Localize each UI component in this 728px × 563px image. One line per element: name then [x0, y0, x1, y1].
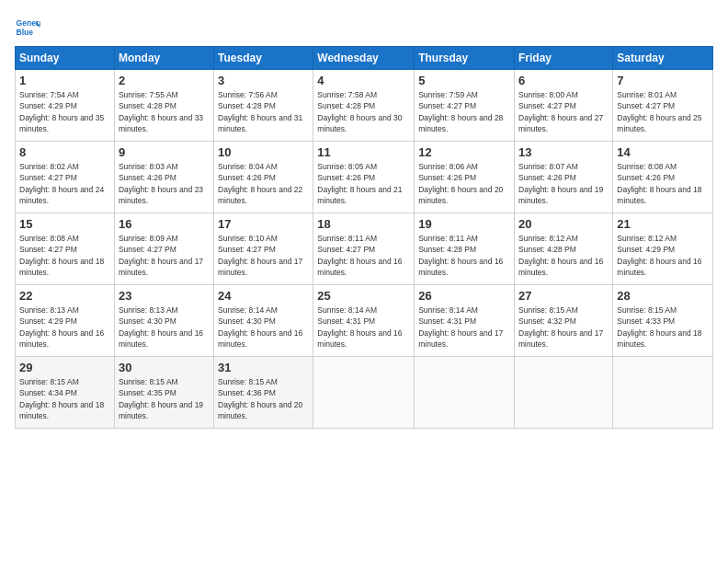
- day-cell: [515, 357, 613, 429]
- weekday-header-row: SundayMondayTuesdayWednesdayThursdayFrid…: [16, 47, 713, 70]
- day-cell: [415, 357, 515, 429]
- day-cell: 10Sunrise: 8:04 AMSunset: 4:26 PMDayligh…: [214, 142, 313, 213]
- day-number: 13: [518, 145, 609, 159]
- day-cell: 3Sunrise: 7:56 AMSunset: 4:28 PMDaylight…: [214, 70, 313, 142]
- day-number: 23: [119, 289, 210, 303]
- day-detail: Sunrise: 8:15 AMSunset: 4:36 PMDaylight:…: [218, 377, 302, 420]
- svg-text:Blue: Blue: [17, 28, 34, 37]
- day-cell: 17Sunrise: 8:10 AMSunset: 4:27 PMDayligh…: [214, 213, 313, 285]
- day-cell: 20Sunrise: 8:12 AMSunset: 4:28 PMDayligh…: [515, 213, 613, 285]
- day-detail: Sunrise: 8:12 AMSunset: 4:28 PMDaylight:…: [518, 234, 603, 277]
- day-cell: 11Sunrise: 8:05 AMSunset: 4:26 PMDayligh…: [313, 142, 415, 213]
- day-detail: Sunrise: 8:15 AMSunset: 4:35 PMDaylight:…: [119, 377, 203, 420]
- day-cell: 27Sunrise: 8:15 AMSunset: 4:32 PMDayligh…: [515, 285, 613, 357]
- logo-icon: General Blue: [15, 15, 40, 40]
- weekday-header-thursday: Thursday: [415, 47, 515, 70]
- day-number: 10: [218, 145, 309, 159]
- day-detail: Sunrise: 8:02 AMSunset: 4:27 PMDaylight:…: [19, 162, 104, 205]
- day-detail: Sunrise: 8:11 AMSunset: 4:28 PMDaylight:…: [418, 234, 503, 277]
- day-cell: 9Sunrise: 8:03 AMSunset: 4:26 PMDaylight…: [114, 142, 213, 213]
- day-detail: Sunrise: 8:05 AMSunset: 4:26 PMDaylight:…: [317, 162, 402, 205]
- page-container: General Blue SundayMondayTuesdayWednesda…: [0, 0, 728, 436]
- day-number: 18: [317, 217, 410, 231]
- day-detail: Sunrise: 8:14 AMSunset: 4:31 PMDaylight:…: [418, 305, 503, 349]
- day-detail: Sunrise: 8:09 AMSunset: 4:27 PMDaylight:…: [119, 234, 203, 277]
- day-cell: 22Sunrise: 8:13 AMSunset: 4:29 PMDayligh…: [16, 285, 115, 357]
- day-cell: 8Sunrise: 8:02 AMSunset: 4:27 PMDaylight…: [16, 142, 115, 213]
- day-detail: Sunrise: 8:14 AMSunset: 4:30 PMDaylight:…: [218, 305, 302, 349]
- day-cell: 15Sunrise: 8:08 AMSunset: 4:27 PMDayligh…: [16, 213, 115, 285]
- day-detail: Sunrise: 8:11 AMSunset: 4:27 PMDaylight:…: [317, 234, 402, 277]
- day-number: 5: [418, 74, 510, 87]
- day-number: 6: [518, 74, 609, 87]
- day-number: 4: [317, 74, 410, 87]
- day-detail: Sunrise: 8:04 AMSunset: 4:26 PMDaylight:…: [218, 162, 302, 205]
- day-number: 7: [617, 74, 709, 87]
- day-detail: Sunrise: 8:15 AMSunset: 4:33 PMDaylight:…: [617, 305, 701, 349]
- day-number: 31: [218, 361, 309, 374]
- day-number: 15: [19, 217, 110, 231]
- day-number: 27: [518, 289, 609, 303]
- day-cell: [313, 357, 415, 429]
- day-cell: 16Sunrise: 8:09 AMSunset: 4:27 PMDayligh…: [114, 213, 213, 285]
- day-detail: Sunrise: 8:06 AMSunset: 4:26 PMDaylight:…: [418, 162, 503, 205]
- weekday-header-sunday: Sunday: [16, 47, 115, 70]
- day-detail: Sunrise: 8:15 AMSunset: 4:32 PMDaylight:…: [518, 305, 603, 349]
- day-number: 14: [617, 145, 709, 159]
- weekday-header-tuesday: Tuesday: [214, 47, 313, 70]
- day-detail: Sunrise: 8:12 AMSunset: 4:29 PMDaylight:…: [617, 234, 701, 277]
- day-cell: 31Sunrise: 8:15 AMSunset: 4:36 PMDayligh…: [214, 357, 313, 429]
- day-cell: 21Sunrise: 8:12 AMSunset: 4:29 PMDayligh…: [613, 213, 713, 285]
- day-number: 20: [518, 217, 609, 231]
- day-number: 30: [119, 361, 210, 374]
- day-cell: 1Sunrise: 7:54 AMSunset: 4:29 PMDaylight…: [16, 70, 115, 142]
- day-detail: Sunrise: 8:01 AMSunset: 4:27 PMDaylight:…: [617, 90, 701, 133]
- day-cell: 13Sunrise: 8:07 AMSunset: 4:26 PMDayligh…: [515, 142, 613, 213]
- day-cell: 7Sunrise: 8:01 AMSunset: 4:27 PMDaylight…: [613, 70, 713, 142]
- day-number: 29: [19, 361, 110, 374]
- day-detail: Sunrise: 7:55 AMSunset: 4:28 PMDaylight:…: [119, 90, 203, 133]
- day-number: 9: [119, 145, 210, 159]
- day-detail: Sunrise: 7:59 AMSunset: 4:27 PMDaylight:…: [418, 90, 503, 133]
- day-number: 1: [19, 74, 110, 87]
- header: General Blue: [15, 15, 713, 40]
- day-number: 19: [418, 217, 510, 231]
- day-cell: 24Sunrise: 8:14 AMSunset: 4:30 PMDayligh…: [214, 285, 313, 357]
- day-number: 11: [317, 145, 410, 159]
- day-number: 22: [19, 289, 110, 303]
- logo: General Blue: [15, 15, 40, 40]
- day-number: 28: [617, 289, 709, 303]
- day-cell: 12Sunrise: 8:06 AMSunset: 4:26 PMDayligh…: [415, 142, 515, 213]
- day-number: 26: [418, 289, 510, 303]
- day-detail: Sunrise: 8:00 AMSunset: 4:27 PMDaylight:…: [518, 90, 603, 133]
- day-cell: 14Sunrise: 8:08 AMSunset: 4:26 PMDayligh…: [613, 142, 713, 213]
- day-cell: [613, 357, 713, 429]
- day-detail: Sunrise: 8:14 AMSunset: 4:31 PMDaylight:…: [317, 305, 402, 349]
- day-detail: Sunrise: 8:10 AMSunset: 4:27 PMDaylight:…: [218, 234, 302, 277]
- week-row-5: 29Sunrise: 8:15 AMSunset: 4:34 PMDayligh…: [16, 357, 713, 429]
- day-detail: Sunrise: 7:54 AMSunset: 4:29 PMDaylight:…: [19, 90, 104, 133]
- day-cell: 25Sunrise: 8:14 AMSunset: 4:31 PMDayligh…: [313, 285, 415, 357]
- day-detail: Sunrise: 8:07 AMSunset: 4:26 PMDaylight:…: [518, 162, 603, 205]
- day-number: 12: [418, 145, 510, 159]
- weekday-header-monday: Monday: [114, 47, 213, 70]
- day-number: 2: [119, 74, 210, 87]
- calendar-table: SundayMondayTuesdayWednesdayThursdayFrid…: [15, 46, 713, 429]
- day-cell: 6Sunrise: 8:00 AMSunset: 4:27 PMDaylight…: [515, 70, 613, 142]
- day-cell: 19Sunrise: 8:11 AMSunset: 4:28 PMDayligh…: [415, 213, 515, 285]
- day-cell: 29Sunrise: 8:15 AMSunset: 4:34 PMDayligh…: [16, 357, 115, 429]
- day-detail: Sunrise: 7:58 AMSunset: 4:28 PMDaylight:…: [317, 90, 402, 133]
- day-cell: 28Sunrise: 8:15 AMSunset: 4:33 PMDayligh…: [613, 285, 713, 357]
- day-cell: 30Sunrise: 8:15 AMSunset: 4:35 PMDayligh…: [114, 357, 213, 429]
- week-row-4: 22Sunrise: 8:13 AMSunset: 4:29 PMDayligh…: [16, 285, 713, 357]
- day-number: 25: [317, 289, 410, 303]
- day-number: 16: [119, 217, 210, 231]
- day-cell: 2Sunrise: 7:55 AMSunset: 4:28 PMDaylight…: [114, 70, 213, 142]
- day-cell: 18Sunrise: 8:11 AMSunset: 4:27 PMDayligh…: [313, 213, 415, 285]
- day-detail: Sunrise: 7:56 AMSunset: 4:28 PMDaylight:…: [218, 90, 302, 133]
- day-number: 17: [218, 217, 309, 231]
- week-row-2: 8Sunrise: 8:02 AMSunset: 4:27 PMDaylight…: [16, 142, 713, 213]
- weekday-header-saturday: Saturday: [613, 47, 713, 70]
- day-cell: 5Sunrise: 7:59 AMSunset: 4:27 PMDaylight…: [415, 70, 515, 142]
- day-detail: Sunrise: 8:13 AMSunset: 4:30 PMDaylight:…: [119, 305, 203, 349]
